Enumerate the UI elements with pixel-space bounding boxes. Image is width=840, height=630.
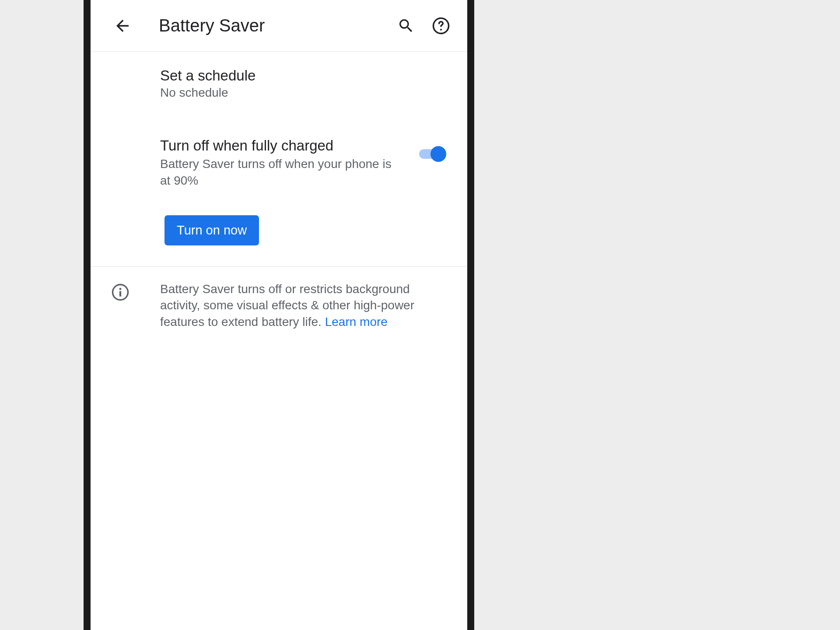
page-title: Battery Saver [159,16,384,35]
learn-more-link[interactable]: Learn more [325,315,388,329]
screen: Battery Saver Set a schedule No schedule… [91,0,467,630]
help-button[interactable] [428,13,454,39]
set-schedule-item[interactable]: Set a schedule No schedule [160,52,446,108]
switch-thumb [430,146,446,162]
search-button[interactable] [393,13,419,39]
device-frame-left [84,0,91,630]
back-button[interactable] [112,15,133,37]
svg-rect-4 [119,291,121,296]
search-icon [397,17,415,35]
turn-off-charged-subtitle: Battery Saver turns off when your phone … [160,156,402,189]
set-schedule-title: Set a schedule [160,67,446,84]
arrow-back-icon [113,17,132,35]
appbar: Battery Saver [91,0,467,52]
turn-on-now-button[interactable]: Turn on now [164,215,259,245]
set-schedule-subtitle: No schedule [160,86,446,100]
svg-point-3 [119,288,122,290]
turn-off-charged-item[interactable]: Turn off when fully charged Battery Save… [160,108,446,202]
device-frame-right [467,0,474,630]
help-icon [432,17,450,35]
turn-off-charged-title: Turn off when fully charged [160,137,402,154]
turn-off-charged-text: Turn off when fully charged Battery Save… [160,137,419,189]
svg-point-1 [440,28,442,30]
info-icon [111,283,130,301]
info-row: Battery Saver turns off or restricts bac… [111,267,446,330]
content: Set a schedule No schedule Turn off when… [91,52,467,330]
info-text: Battery Saver turns off or restricts bac… [160,281,446,330]
turn-off-charged-toggle[interactable] [419,146,446,162]
